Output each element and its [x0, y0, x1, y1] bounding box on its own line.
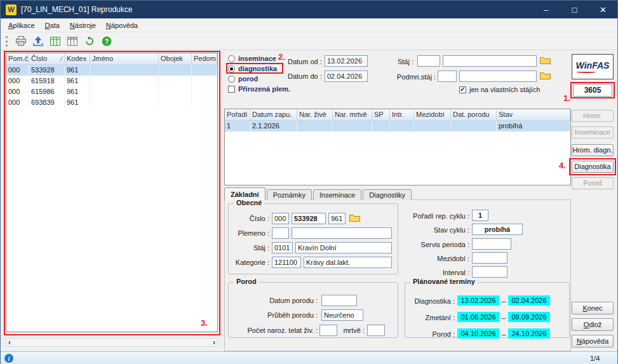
- prubeh-porodu-label: Průběh porodu :: [234, 311, 318, 320]
- horizontal-scrollbar[interactable]: ‹ ›: [6, 338, 218, 347]
- column-header-dat-porodu[interactable]: Dat. porodu: [451, 109, 497, 120]
- column-header-sp[interactable]: SP: [372, 109, 390, 120]
- table-row[interactable]: 000 533928 961: [6, 65, 217, 76]
- staj-code-field[interactable]: 0101: [272, 242, 293, 253]
- column-header-stav[interactable]: Stav: [497, 109, 570, 120]
- column-header-nar-mrtve[interactable]: Nar. mrtvě: [333, 109, 372, 120]
- cislo-field-2[interactable]: 533928: [292, 213, 326, 224]
- tab-zakladni[interactable]: Základní: [224, 187, 265, 200]
- planned-zmetani-to: 09.09.2026: [508, 312, 550, 322]
- cislo-folder-icon[interactable]: [349, 213, 360, 222]
- staj-folder-icon[interactable]: [540, 56, 551, 65]
- kategorie-name-field[interactable]: Krávy dal.lakt.: [304, 257, 392, 268]
- column-header-kodex[interactable]: Kodex: [65, 53, 90, 64]
- print-icon[interactable]: [15, 35, 27, 48]
- radio-porod[interactable]: porod: [228, 75, 258, 83]
- close-button[interactable]: ✕: [589, 1, 617, 18]
- interval-field[interactable]: [472, 266, 507, 278]
- column-header-mezidobi[interactable]: Mezidobí: [414, 109, 451, 120]
- napoveda-button[interactable]: Nápověda: [572, 335, 614, 347]
- table-row[interactable]: 000 693839 961: [6, 97, 217, 108]
- plemeno-name-field[interactable]: [292, 227, 392, 239]
- planned-diagnostika-label: Diagnostika :: [405, 297, 455, 306]
- date-to-field[interactable]: 02.04.2026: [325, 71, 368, 82]
- cell-pom-c: 000: [6, 86, 29, 97]
- column-header-jmeno[interactable]: Jméno: [90, 53, 159, 64]
- radio-diagnostika[interactable]: diagnostika: [228, 65, 277, 72]
- cell-cislo: 533928: [29, 65, 65, 76]
- podmn-staj-code-field[interactable]: [438, 71, 457, 82]
- podmn-staj-name-field[interactable]: [459, 71, 537, 82]
- cell-kodex: 961: [65, 97, 90, 108]
- export-icon[interactable]: [32, 35, 44, 48]
- checkbox-own-stables[interactable]: jen na vlastních stájích: [459, 86, 540, 93]
- staj-name-field[interactable]: [443, 55, 537, 67]
- cislo-field-3[interactable]: 961: [328, 213, 346, 224]
- diagnostika-button[interactable]: Diagnostika: [572, 161, 614, 173]
- datum-porodu-field[interactable]: [321, 295, 357, 306]
- toolbar-grip[interactable]: [6, 36, 8, 46]
- cell-nar-zive: [297, 121, 333, 131]
- plemeno-code-field[interactable]: [272, 227, 289, 239]
- cell-jmeno: [90, 97, 159, 108]
- stav-cyklu-field[interactable]: probíhá: [472, 224, 523, 235]
- checkbox-prirozena-plem[interactable]: Přirozená plem.: [228, 85, 290, 93]
- column-header-nar-zive[interactable]: Nar. živě: [297, 109, 333, 120]
- scroll-left-icon[interactable]: ‹: [8, 338, 11, 347]
- menu-aplikace[interactable]: Aplikace: [3, 20, 40, 31]
- planned-zmetani-from: 01.06.2026: [457, 312, 499, 322]
- cell-jmeno: [90, 76, 159, 86]
- annotation-label-4: 4.: [559, 161, 566, 170]
- column-header-label: Intr.: [392, 109, 403, 120]
- menu-nastroje[interactable]: Nástroje: [65, 20, 101, 31]
- column-header-label: Nar. mrtvě: [335, 109, 367, 120]
- radio-inseminace[interactable]: inseminace: [228, 55, 276, 62]
- pocet-zive-field[interactable]: [319, 325, 337, 336]
- tab-diagnostiky[interactable]: Diagnostiky: [363, 189, 412, 200]
- menu-data[interactable]: Data: [40, 20, 65, 31]
- tab-inseminace[interactable]: Inseminace: [313, 189, 361, 200]
- column-header-label: Pedom: [194, 53, 216, 64]
- staj-code-field[interactable]: [417, 55, 440, 67]
- podmn-staj-folder-icon[interactable]: [540, 71, 551, 80]
- cislo-field-1[interactable]: 000: [272, 213, 289, 224]
- column-header-cislo[interactable]: Číslo∕: [29, 53, 65, 64]
- task-number-field[interactable]: 3605: [573, 84, 612, 97]
- scroll-right-icon[interactable]: ›: [213, 338, 215, 347]
- column-setup-icon[interactable]: [66, 35, 79, 48]
- konec-button[interactable]: Konec: [572, 302, 614, 314]
- range-dash: –: [502, 297, 506, 306]
- cycle-table-row[interactable]: 1 2.1.2026 probíhá: [225, 121, 570, 131]
- cell-datum-zapu: 2.1.2026: [250, 121, 297, 131]
- table-row[interactable]: 000 615918 961: [6, 76, 217, 86]
- servis-perioda-field[interactable]: [472, 238, 511, 250]
- range-dash: –: [502, 314, 506, 322]
- refresh-icon[interactable]: [83, 35, 96, 48]
- date-from-field[interactable]: 13.02.2026: [325, 55, 368, 67]
- help-icon[interactable]: ?: [100, 35, 113, 48]
- column-header-pedom[interactable]: Pedom: [192, 53, 217, 64]
- table-row[interactable]: 000 615986 961: [6, 86, 217, 97]
- maximize-button[interactable]: □: [560, 1, 589, 18]
- cell-poradi: 1: [225, 121, 250, 131]
- staj-name-field[interactable]: Kravín Dolní: [295, 242, 392, 253]
- cell-jmeno: [90, 65, 159, 76]
- poradi-rep-cyklu-field[interactable]: 1: [472, 210, 488, 221]
- tab-poznamky[interactable]: Poznámky: [267, 189, 312, 200]
- prubeh-porodu-field[interactable]: Neurčeno: [321, 309, 363, 321]
- menu-napoveda[interactable]: Nápověda: [101, 20, 143, 31]
- cell-pom-c: 000: [6, 76, 29, 86]
- mezidobi-field[interactable]: [472, 252, 507, 264]
- hrom-diagn-button[interactable]: Hrom. diagn.: [572, 144, 614, 156]
- minimize-button[interactable]: –: [532, 1, 560, 18]
- column-header-intr[interactable]: Intr.: [390, 109, 414, 120]
- odloz-button[interactable]: Odlož: [572, 318, 614, 331]
- table-view-icon[interactable]: [49, 35, 62, 48]
- kategorie-code-field[interactable]: 121100: [272, 257, 301, 268]
- animal-table-header: Pom.č. Číslo∕ Kodex Jméno Obojek Pedom: [6, 53, 217, 65]
- column-header-datum-zapu[interactable]: Datum zapu.: [250, 109, 297, 120]
- column-header-obojek[interactable]: Obojek: [159, 53, 192, 64]
- mrtve-field[interactable]: [367, 325, 385, 336]
- column-header-poradi[interactable]: Pořadí: [225, 109, 250, 120]
- column-header-pom-c[interactable]: Pom.č.: [6, 53, 29, 64]
